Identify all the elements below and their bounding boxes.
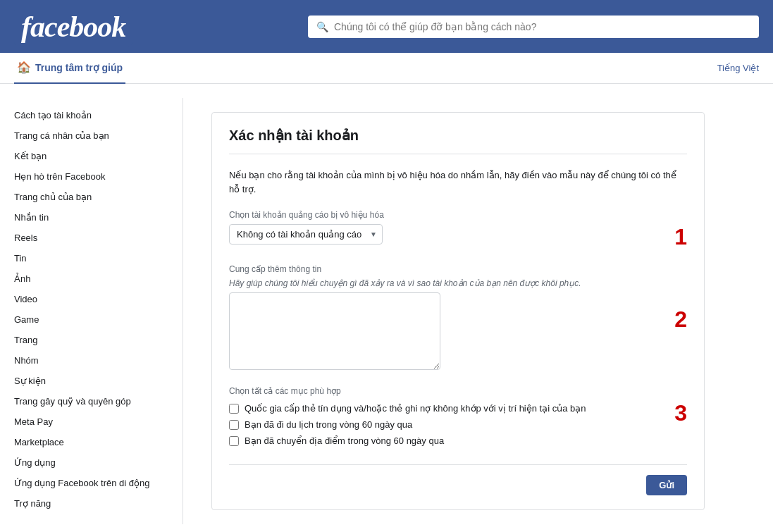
sidebar-item-11[interactable]: Trang [14,330,168,350]
checkbox-label-0: Quốc gia cấp thẻ tín dụng và/hoặc thẻ gh… [245,403,586,414]
submit-button[interactable]: Gửi [646,475,687,495]
search-bar: 🔍 [308,16,759,38]
help-center-label: Trung tâm trợ giúp [35,62,123,73]
checkbox-label-2: Bạn đã chuyển địa điểm trong vòng 60 ngà… [245,435,444,446]
dropdown-label: Chọn tài khoản quảng cáo bị vô hiệu hóa [229,210,625,220]
sidebar-item-4[interactable]: Trang chủ của bạn [14,187,168,207]
checkbox-group: Chọn tất cả các mục phù hợp Quốc gia cấp… [229,386,687,452]
sidebar-item-1[interactable]: Trang cá nhân của bạn [14,125,168,146]
step-1-number: 1 [674,224,687,250]
main-content: Xác nhận tài khoản Nếu bạn cho rằng tài … [183,98,773,524]
sidebar-item-7[interactable]: Tin [14,248,168,268]
sidebar-item-17[interactable]: Ứng dụng [14,452,168,473]
form-footer: Gửi [229,464,687,495]
checkbox-item-1: Bạn đã đi du lịch trong vòng 60 ngày qua [229,419,625,430]
checkbox-2[interactable] [229,436,239,446]
sidebar-item-3[interactable]: Hẹn hò trên Facebook [14,166,168,187]
checkbox-1[interactable] [229,420,239,430]
form-card: Xác nhận tài khoản Nếu bạn cho rằng tài … [211,112,705,510]
sidebar-item-15[interactable]: Meta Pay [14,412,168,432]
sidebar-item-13[interactable]: Sự kiện [14,371,168,391]
page-layout: Cách tạo tài khoản Trang cá nhân của bạn… [0,84,773,532]
sidebar: Cách tạo tài khoản Trang cá nhân của bạn… [0,98,183,524]
sidebar-item-19[interactable]: Trợ năng [14,493,168,514]
step-3-number: 3 [674,400,687,426]
sidebar-item-5[interactable]: Nhắn tin [14,207,168,228]
form-section-dropdown: Chọn tài khoản quảng cáo bị vô hiệu hóa … [229,210,687,250]
textarea-label: Cung cấp thêm thông tin [229,264,625,274]
search-input[interactable] [334,21,750,32]
search-wrapper: 🔍 [308,16,759,38]
search-icon: 🔍 [316,21,328,32]
form-section-textarea: Cung cấp thêm thông tin Hãy giúp chúng t… [229,264,687,372]
info-textarea[interactable] [229,292,440,370]
sidebar-item-18[interactable]: Ứng dụng Facebook trên di động [14,473,168,493]
checkbox-item-0: Quốc gia cấp thẻ tín dụng và/hoặc thẻ gh… [229,403,625,414]
sidebar-item-14[interactable]: Trang gây quỹ và quyên góp [14,391,168,412]
step-2-number: 2 [674,307,687,333]
help-center-link[interactable]: 🏠 Trung tâm trợ giúp [14,53,125,84]
checkboxes-label: Chọn tất cả các mục phù hợp [229,386,625,396]
sidebar-item-9[interactable]: Video [14,289,168,309]
facebook-logo[interactable]: facebook [14,7,132,47]
form-description: Nếu bạn cho rằng tài khoản của mình bị v… [229,168,687,196]
header: facebook 🔍 [0,0,773,53]
sidebar-item-12[interactable]: Nhóm [14,350,168,371]
checkbox-0[interactable] [229,404,239,414]
subnav: 🏠 Trung tâm trợ giúp Tiếng Việt [0,53,773,84]
checkbox-item-2: Bạn đã chuyển địa điểm trong vòng 60 ngà… [229,435,625,446]
ad-account-dropdown[interactable]: Không có tài khoản quảng cáo [229,224,383,245]
sidebar-item-0[interactable]: Cách tạo tài khoản [14,105,168,125]
sidebar-item-6[interactable]: Reels [14,228,168,248]
textarea-hint: Hãy giúp chúng tôi hiểu chuyện gì đã xảy… [229,278,625,288]
sidebar-item-10[interactable]: Game [14,309,168,330]
checkbox-label-1: Bạn đã đi du lịch trong vòng 60 ngày qua [245,419,412,430]
dropdown-wrapper: Không có tài khoản quảng cáo ▼ [229,224,383,245]
home-icon: 🏠 [17,61,31,74]
sidebar-item-8[interactable]: Ảnh [14,268,168,289]
sidebar-item-marketplace[interactable]: Marketplace [14,432,168,452]
form-title: Xác nhận tài khoản [229,127,687,154]
language-selector[interactable]: Tiếng Việt [717,63,759,73]
sidebar-item-2[interactable]: Kết bạn [14,146,168,166]
